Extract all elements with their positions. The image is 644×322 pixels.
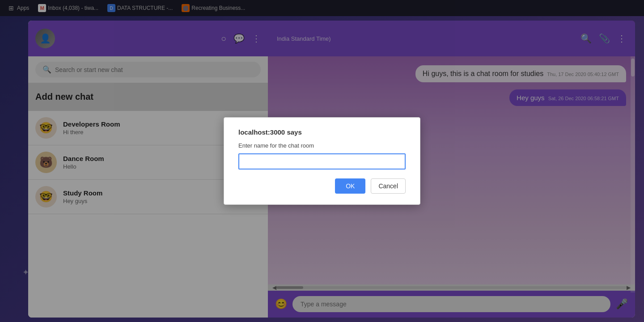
dialog-overlay: localhost:3000 says Enter name for the c… xyxy=(0,0,644,322)
dialog-input[interactable] xyxy=(238,153,406,169)
dialog: localhost:3000 says Enter name for the c… xyxy=(224,117,420,205)
dialog-title: localhost:3000 says xyxy=(238,128,406,136)
ok-button[interactable]: OK xyxy=(335,178,365,194)
cancel-button[interactable]: Cancel xyxy=(371,178,406,194)
dialog-buttons: OK Cancel xyxy=(238,178,406,194)
dialog-label: Enter name for the chat room xyxy=(238,142,406,149)
